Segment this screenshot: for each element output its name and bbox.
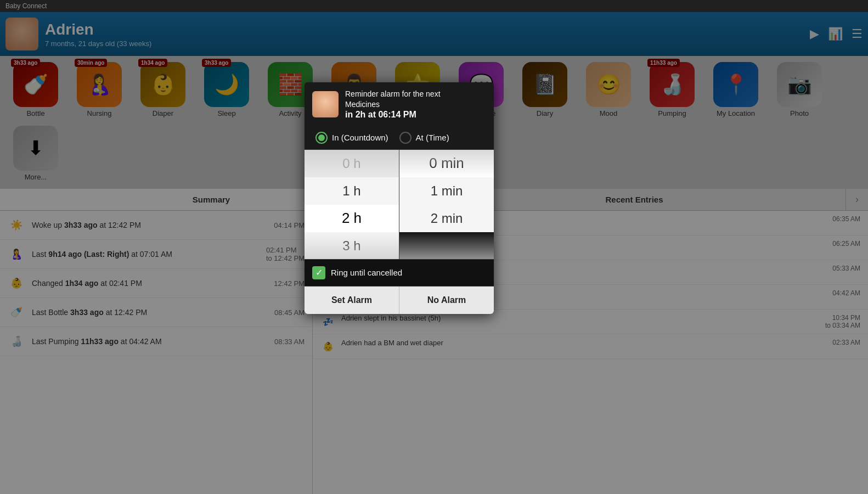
set-alarm-button[interactable]: Set Alarm <box>305 287 399 314</box>
modal-time-label: in 2h at 06:14 PM <box>345 110 441 120</box>
no-alarm-button[interactable]: No Alarm <box>399 287 494 314</box>
modal-avatar <box>312 91 339 117</box>
hour-picker-item[interactable]: 0 h <box>305 150 399 177</box>
mode-attime[interactable]: At (Time) <box>399 132 449 144</box>
hour-picker-item[interactable]: 1 h <box>305 177 399 205</box>
alarm-modal: Reminder alarm for the next Medicines in… <box>305 82 494 314</box>
ring-option[interactable]: ✓ Ring until cancelled <box>305 259 494 286</box>
mode-countdown[interactable]: In (Countdown) <box>315 132 388 144</box>
ring-checkbox[interactable]: ✓ <box>312 266 325 279</box>
modal-medicine-name: Medicines <box>345 100 441 109</box>
hour-picker-item[interactable]: 2 h <box>305 205 399 232</box>
radio-countdown[interactable] <box>315 132 328 144</box>
mode-attime-label: At (Time) <box>416 133 449 142</box>
hour-picker[interactable]: 0 h1 h2 h3 h4 h <box>305 150 399 259</box>
modal-buttons: Set Alarm No Alarm <box>305 286 494 314</box>
modal-header: Reminder alarm for the next Medicines in… <box>305 82 494 126</box>
picker-area: 0 h1 h2 h3 h4 h 0 min1 min2 min <box>305 149 494 259</box>
min-picker-item[interactable]: 0 min <box>399 150 494 177</box>
modal-title: Reminder alarm for the next <box>345 89 441 100</box>
min-picker[interactable]: 0 min1 min2 min <box>399 150 494 259</box>
hour-picker-item[interactable]: 3 h <box>305 232 399 259</box>
ring-label: Ring until cancelled <box>331 268 402 277</box>
min-picker-item[interactable]: 1 min <box>399 177 494 205</box>
modal-header-text: Reminder alarm for the next Medicines in… <box>345 89 441 120</box>
min-picker-item[interactable]: 2 min <box>399 205 494 232</box>
modal-mode-selector: In (Countdown) At (Time) <box>305 126 494 149</box>
radio-attime[interactable] <box>399 132 412 144</box>
mode-countdown-label: In (Countdown) <box>332 133 388 142</box>
